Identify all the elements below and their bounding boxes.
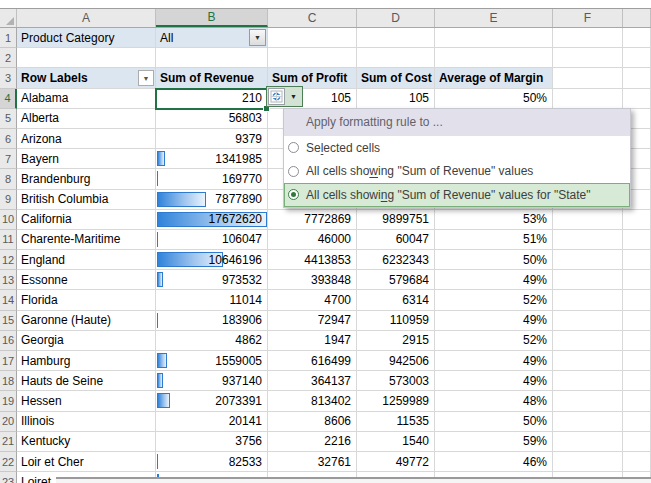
- row-header-5[interactable]: 5: [0, 109, 17, 129]
- row-header-6[interactable]: 6: [0, 129, 17, 149]
- menu-item-selected-cells[interactable]: Selected cells: [284, 136, 630, 160]
- empty-cell[interactable]: [553, 210, 623, 230]
- row-label-cell[interactable]: Hamburg: [17, 351, 156, 371]
- empty-cell[interactable]: [553, 290, 623, 310]
- empty-cell[interactable]: [623, 68, 651, 88]
- row-header-16[interactable]: 16: [0, 331, 17, 351]
- revenue-cell[interactable]: 169770: [156, 169, 268, 189]
- margin-cell[interactable]: 48%: [435, 391, 553, 411]
- row-labels-header-cell[interactable]: Row Labels▼: [17, 68, 156, 88]
- cost-cell[interactable]: 49772: [357, 452, 435, 472]
- empty-cell[interactable]: [156, 48, 268, 68]
- row-label-cell[interactable]: Garonne (Haute): [17, 311, 156, 331]
- empty-cell[interactable]: [17, 48, 156, 68]
- empty-cell[interactable]: [357, 28, 435, 48]
- empty-cell[interactable]: [268, 28, 357, 48]
- empty-cell[interactable]: [553, 311, 623, 331]
- margin-cell[interactable]: 59%: [435, 432, 553, 452]
- empty-cell[interactable]: [553, 351, 623, 371]
- cost-cell[interactable]: 105: [357, 89, 435, 109]
- row-label-cell[interactable]: Loir et Cher: [17, 452, 156, 472]
- row-label-cell[interactable]: Florida: [17, 290, 156, 310]
- revenue-cell[interactable]: 4862: [156, 331, 268, 351]
- menu-item-all-cells-values-for-state[interactable]: All cells showing "Sum of Revenue" value…: [284, 183, 630, 207]
- column-header-cell[interactable]: Sum of Cost: [357, 68, 435, 88]
- empty-cell[interactable]: [553, 432, 623, 452]
- cost-cell[interactable]: 11535: [357, 412, 435, 432]
- cost-cell[interactable]: 1259989: [357, 391, 435, 411]
- row-header-2[interactable]: 2: [0, 48, 17, 68]
- cost-cell[interactable]: 110959: [357, 311, 435, 331]
- row-label-cell[interactable]: Essonne: [17, 270, 156, 290]
- margin-cell[interactable]: 49%: [435, 270, 553, 290]
- filter-dropdown-button[interactable]: ▼: [249, 29, 266, 46]
- profit-cell[interactable]: 364137: [268, 371, 357, 391]
- empty-cell[interactable]: [553, 28, 623, 48]
- row-label-cell[interactable]: Hauts de Seine: [17, 371, 156, 391]
- row-label-cell[interactable]: Illinois: [17, 412, 156, 432]
- cost-cell[interactable]: 6232343: [357, 250, 435, 270]
- row-label-cell[interactable]: Georgia: [17, 331, 156, 351]
- profit-cell[interactable]: 393848: [268, 270, 357, 290]
- empty-cell[interactable]: [553, 270, 623, 290]
- margin-cell[interactable]: 52%: [435, 290, 553, 310]
- profit-cell[interactable]: 4413853: [268, 250, 357, 270]
- empty-cell[interactable]: [623, 331, 651, 351]
- radio-unchecked-icon[interactable]: [288, 142, 299, 153]
- row-header-21[interactable]: 21: [0, 432, 17, 452]
- revenue-cell[interactable]: 973532: [156, 270, 268, 290]
- profit-cell[interactable]: 1947: [268, 331, 357, 351]
- cost-cell[interactable]: 9899751: [357, 210, 435, 230]
- empty-cell[interactable]: [553, 371, 623, 391]
- row-header-18[interactable]: 18: [0, 371, 17, 391]
- empty-cell[interactable]: [623, 210, 651, 230]
- profit-cell[interactable]: 813402: [268, 391, 357, 411]
- empty-cell[interactable]: [623, 391, 651, 411]
- margin-cell[interactable]: 50%: [435, 250, 553, 270]
- row-header-3[interactable]: 3: [0, 68, 17, 88]
- revenue-cell[interactable]: 2073391: [156, 391, 268, 411]
- cost-cell[interactable]: 573003: [357, 371, 435, 391]
- empty-cell[interactable]: [623, 412, 651, 432]
- margin-cell[interactable]: 49%: [435, 371, 553, 391]
- select-all-corner[interactable]: [0, 9, 17, 27]
- row-header-10[interactable]: 10: [0, 210, 17, 230]
- row-label-cell[interactable]: Arizona: [17, 129, 156, 149]
- row-header-23[interactable]: 23: [0, 472, 17, 483]
- revenue-cell[interactable]: 1341985: [156, 149, 268, 169]
- cost-cell[interactable]: 60047: [357, 230, 435, 250]
- profit-cell[interactable]: 46000: [268, 230, 357, 250]
- revenue-cell[interactable]: 10646196: [156, 250, 268, 270]
- row-header-14[interactable]: 14: [0, 290, 17, 310]
- column-header-cell[interactable]: Average of Margin: [435, 68, 553, 88]
- row-label-cell[interactable]: Kentucky: [17, 432, 156, 452]
- empty-cell[interactable]: [623, 250, 651, 270]
- revenue-cell[interactable]: 9379: [156, 129, 268, 149]
- empty-cell[interactable]: [435, 28, 553, 48]
- profit-cell[interactable]: 72947: [268, 311, 357, 331]
- margin-cell[interactable]: 49%: [435, 351, 553, 371]
- margin-cell[interactable]: 53%: [435, 210, 553, 230]
- revenue-cell[interactable]: 7877890: [156, 190, 268, 210]
- revenue-cell[interactable]: 20141: [156, 412, 268, 432]
- profit-cell[interactable]: 32761: [268, 452, 357, 472]
- margin-cell[interactable]: 49%: [435, 311, 553, 331]
- row-label-cell[interactable]: England: [17, 250, 156, 270]
- empty-cell[interactable]: [553, 250, 623, 270]
- row-label-cell[interactable]: Brandenburg: [17, 169, 156, 189]
- row-label-cell[interactable]: Hessen: [17, 391, 156, 411]
- profit-cell[interactable]: 616499: [268, 351, 357, 371]
- column-header-D[interactable]: D: [357, 9, 435, 27]
- revenue-cell[interactable]: 3756: [156, 432, 268, 452]
- empty-cell[interactable]: [553, 89, 623, 109]
- empty-cell[interactable]: [623, 311, 651, 331]
- row-label-cell[interactable]: British Columbia: [17, 190, 156, 210]
- revenue-cell[interactable]: 183906: [156, 311, 268, 331]
- row-header-4[interactable]: 4: [0, 89, 17, 109]
- empty-cell[interactable]: [623, 28, 651, 48]
- empty-cell[interactable]: [623, 452, 651, 472]
- margin-cell[interactable]: 46%: [435, 452, 553, 472]
- row-header-11[interactable]: 11: [0, 230, 17, 250]
- menu-item-all-cells-values[interactable]: All cells showing "Sum of Revenue" value…: [284, 160, 630, 184]
- column-header-E[interactable]: E: [435, 9, 553, 27]
